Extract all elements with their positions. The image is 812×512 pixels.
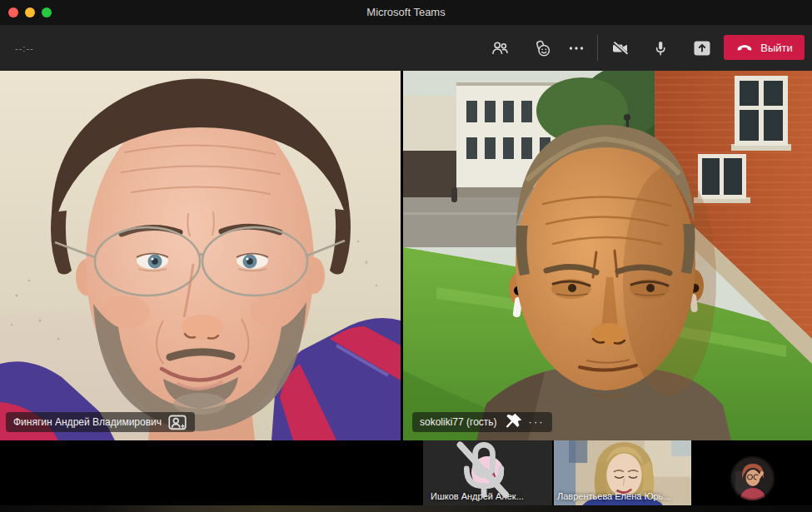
participant-name: sokoliki77 (гость) xyxy=(420,416,497,428)
video-tile-ishkov[interactable]: ИА Ишков Андрей Алек... xyxy=(423,440,552,505)
titlebar: Microsoft Teams xyxy=(0,0,812,25)
video-tile-lavrentieva[interactable]: Лаврентьева Елена Юрь... xyxy=(554,440,691,505)
people-icon xyxy=(490,38,510,58)
hand-smiley-icon xyxy=(532,38,552,58)
reactions-button[interactable] xyxy=(531,37,553,59)
more-options-button[interactable] xyxy=(565,37,587,59)
mic-off-icon xyxy=(423,440,546,501)
screen-edge xyxy=(0,505,812,512)
call-timer: --:-- xyxy=(15,43,34,53)
video-tile-finyagin[interactable]: Финягин Андрей Владимирович xyxy=(0,71,401,440)
leave-button-label: Выйти xyxy=(760,42,793,54)
finyagin-video-frame xyxy=(0,71,401,440)
teams-call-window: Microsoft Teams --:-- xyxy=(0,0,812,512)
window-title: Microsoft Teams xyxy=(0,0,812,25)
self-view-portrait xyxy=(730,456,775,500)
participant-name-label: Финягин Андрей Владимирович xyxy=(6,412,195,432)
participants-button[interactable] xyxy=(489,37,511,59)
camera-toggle-button[interactable] xyxy=(610,37,631,59)
participant-name: Финягин Андрей Владимирович xyxy=(13,416,162,428)
camera-off-icon xyxy=(610,38,630,58)
leave-button[interactable]: Выйти xyxy=(724,35,805,60)
self-view-avatar[interactable] xyxy=(730,456,775,500)
share-tray-icon xyxy=(692,38,712,58)
toolbar-divider xyxy=(597,35,598,61)
participant-name-label: sokoliki77 (гость) ··· xyxy=(412,412,552,432)
mic-toggle-button[interactable] xyxy=(650,37,671,59)
filmstrip: ИА Ишков Андрей Алек... xyxy=(0,440,812,505)
video-stage: Финягин Андрей Владимирович xyxy=(0,71,812,440)
video-tile-sokoliki[interactable]: sokoliki77 (гость) ··· xyxy=(403,71,812,440)
pin-icon xyxy=(503,412,523,432)
ellipsis-icon xyxy=(566,38,586,58)
mic-icon xyxy=(650,38,670,58)
sokoliki-video-frame xyxy=(403,71,812,440)
call-toolbar: --:-- xyxy=(0,25,812,71)
video-effects-icon xyxy=(167,412,187,432)
share-button[interactable] xyxy=(691,37,713,59)
participant-name-label: Лаврентьева Елена Юрь... xyxy=(557,491,671,501)
tile-more-button[interactable]: ··· xyxy=(529,418,545,426)
hangup-icon xyxy=(735,38,754,57)
